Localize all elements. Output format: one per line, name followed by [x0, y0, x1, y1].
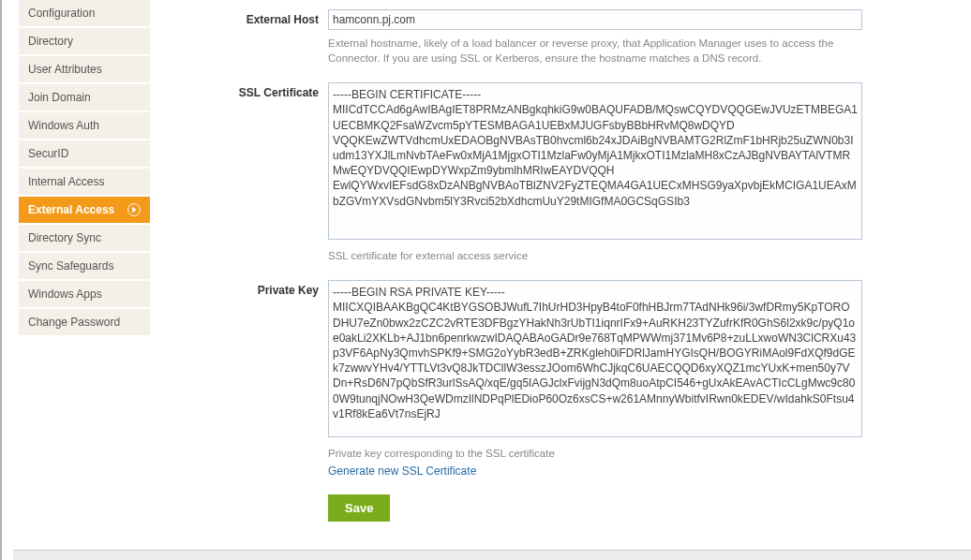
field-external-host: External Host External hostname, likely … [169, 9, 954, 66]
field-private-key: Private Key Private key corresponding to… [169, 280, 954, 522]
field-ssl-certificate: SSL Certificate SSL certificate for exte… [169, 82, 954, 263]
sidebar-item-internal-access[interactable]: Internal Access [19, 169, 150, 195]
ssl-certificate-help: SSL certificate for external access serv… [328, 248, 862, 263]
sidebar-item-join-domain[interactable]: Join Domain [19, 84, 150, 111]
sidebar-item-external-access[interactable]: External Access [19, 197, 150, 223]
sidebar-item-label: External Access [28, 203, 114, 216]
generate-ssl-link[interactable]: Generate new SSL Certificate [328, 464, 476, 478]
external-host-label: External Host [169, 9, 328, 26]
sidebar-item-windows-apps[interactable]: Windows Apps [19, 281, 150, 307]
sidebar-item-directory-sync[interactable]: Directory Sync [19, 225, 150, 251]
status-bar [13, 550, 971, 560]
content-area: External Host External hostname, likely … [159, 0, 971, 560]
sidebar: Configuration Directory User Attributes … [2, 0, 159, 560]
sidebar-item-securid[interactable]: SecurID [19, 140, 150, 167]
private-key-help: Private key corresponding to the SSL cer… [328, 446, 862, 461]
page-root: Configuration Directory User Attributes … [0, 0, 971, 560]
sidebar-item-user-attributes[interactable]: User Attributes [19, 56, 150, 82]
save-button[interactable]: Save [328, 494, 390, 522]
ssl-certificate-label: SSL Certificate [169, 82, 328, 99]
sidebar-item-change-password[interactable]: Change Password [19, 309, 150, 335]
external-host-help: External hostname, likely of a load bala… [328, 36, 862, 66]
sidebar-item-directory[interactable]: Directory [19, 28, 150, 54]
external-host-input[interactable] [328, 9, 862, 30]
private-key-textarea[interactable] [328, 280, 862, 437]
arrow-right-icon [127, 203, 141, 216]
private-key-label: Private Key [169, 280, 328, 297]
sidebar-item-configuration[interactable]: Configuration [19, 0, 150, 26]
sidebar-item-windows-auth[interactable]: Windows Auth [19, 112, 150, 139]
ssl-certificate-textarea[interactable] [328, 82, 862, 240]
sidebar-item-sync-safeguards[interactable]: Sync Safeguards [19, 253, 150, 279]
